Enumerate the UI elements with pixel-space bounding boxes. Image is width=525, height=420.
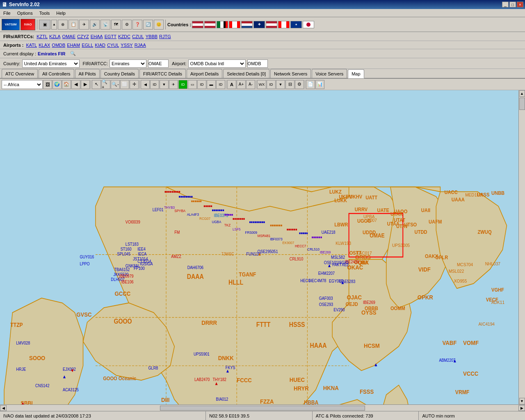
hscroll-left-btn[interactable]: ◀ <box>0 405 7 411</box>
region-dropdown[interactable]: -- Africa <box>2 80 43 89</box>
tb-btn-10[interactable]: 🔄 <box>143 20 153 30</box>
tb-btn-9[interactable]: ❓ <box>132 20 142 30</box>
mt-btn-id1[interactable]: ID <box>150 80 159 89</box>
menu-options[interactable]: Options <box>16 10 34 16</box>
tab-all-pilots[interactable]: All Pilots <box>75 69 100 78</box>
mt-btn-settings[interactable]: ⚙ <box>295 80 304 89</box>
tb-btn-8[interactable]: ⚙ <box>122 20 132 30</box>
tb-btn-6[interactable]: 📡 <box>100 20 110 30</box>
fir-rjtg[interactable]: RJTG <box>159 34 171 39</box>
flag-gb[interactable]: ✚ <box>253 21 265 28</box>
minimize-btn[interactable]: _ <box>502 2 509 7</box>
menu-tools[interactable]: Tools <box>38 10 52 16</box>
flag-ae[interactable] <box>217 21 228 28</box>
apt-katl[interactable]: KATL <box>26 43 37 48</box>
mt-btn-filter[interactable]: ⊟ <box>285 80 294 89</box>
apt-yssy[interactable]: YSSY <box>121 43 132 48</box>
tab-voice-servers[interactable]: Voice Servers <box>312 69 347 78</box>
mt-btn-globe[interactable]: 🌍 <box>52 80 62 89</box>
scroll-down-btn[interactable]: ▼ <box>519 398 525 404</box>
mt-btn-center[interactable]: ✛ <box>130 80 139 89</box>
fir-select[interactable]: Emirates <box>110 59 146 68</box>
apt-egll[interactable]: EGLL <box>82 43 93 48</box>
mt-btn-arrow-l[interactable]: ◀ <box>141 80 150 89</box>
mt-btn-down2[interactable]: ▼ <box>276 80 285 89</box>
mt-btn-fwd[interactable]: ▶ <box>81 80 90 89</box>
tb-btn-7[interactable]: 🗺 <box>111 20 121 30</box>
tab-selected-details[interactable]: Selected Details [0] <box>223 69 269 78</box>
mt-btn-arrow-down1[interactable]: ▼ <box>160 80 169 89</box>
fir-kztl[interactable]: KZTL <box>37 34 48 39</box>
mt-btn-cursor[interactable]: ↖ <box>92 80 101 89</box>
fir-kzla[interactable]: KZLA <box>49 34 61 39</box>
titlebar-controls[interactable]: _ □ × <box>502 2 523 7</box>
mt-btn-wx[interactable]: WX <box>257 80 266 89</box>
fir-egtt[interactable]: EGTT <box>105 34 116 39</box>
tab-country-details[interactable]: Country Details <box>100 69 139 78</box>
mt-btn-rect[interactable]: ⬜ <box>120 80 129 89</box>
vertical-scrollbar[interactable]: ▲ ▼ <box>518 90 525 404</box>
flag-us2[interactable] <box>204 21 216 28</box>
mt-btn-img[interactable]: 🖼 <box>43 80 52 89</box>
map-area[interactable]: DAAA DIII DNKK DRRR FCCC FIMM FLFI FMKK … <box>0 90 525 404</box>
mt-btn-A-minus[interactable]: A- <box>246 80 255 89</box>
hscroll-thumb[interactable] <box>160 406 365 411</box>
mt-btn-rect3[interactable]: ▬ <box>207 80 216 89</box>
mt-btn-back[interactable]: ◀ <box>71 80 80 89</box>
flag-nl[interactable] <box>241 21 253 28</box>
country-select[interactable]: United Arab Emirates <box>22 59 80 68</box>
tab-fir-details[interactable]: FIR/ARTCC Details <box>139 69 186 78</box>
flag-au[interactable]: ★ <box>290 21 302 28</box>
fir-omae[interactable]: OMAE <box>62 34 75 39</box>
mt-btn-id5[interactable]: ID <box>267 80 276 89</box>
flag-ca1[interactable] <box>229 21 240 28</box>
ivao-logo[interactable]: IVAO <box>21 19 35 30</box>
mt-btn-plane[interactable]: ✈ <box>169 80 178 89</box>
flag-ca2[interactable] <box>278 21 290 28</box>
mt-btn-id3[interactable]: ID <box>197 80 206 89</box>
scroll-up-btn[interactable]: ▲ <box>519 90 525 97</box>
tb-btn-1[interactable]: ▣ <box>39 20 50 30</box>
flag-us1[interactable] <box>192 21 203 28</box>
tab-map[interactable]: Map <box>348 69 364 78</box>
apt-cyul[interactable]: CYUL <box>107 43 119 48</box>
tab-network-servers[interactable]: Network Servers <box>270 69 311 78</box>
tb-btn-4[interactable]: ✈ <box>79 20 89 30</box>
airport-code-input[interactable] <box>247 59 268 68</box>
search-icon[interactable]: 🔍 <box>70 51 76 56</box>
mt-btn-id4[interactable]: ID <box>216 80 225 89</box>
fir-ehaa[interactable]: EHAA <box>91 34 103 39</box>
tab-all-controllers[interactable]: All Controllers <box>39 69 74 78</box>
maximize-btn[interactable]: □ <box>509 2 516 7</box>
mt-btn-home[interactable]: 🏠 <box>62 80 71 89</box>
apt-eham[interactable]: EHAM <box>67 43 80 48</box>
flag-us3[interactable] <box>266 21 277 28</box>
fir-code-input[interactable] <box>148 59 169 68</box>
vatsim-logo[interactable]: VATSIM <box>2 19 20 30</box>
fir-czul[interactable]: CZUL <box>132 34 144 39</box>
hscroll-right-btn[interactable]: ▶ <box>518 405 525 411</box>
mt-btn-chart[interactable]: 📊 <box>315 80 324 89</box>
mt-btn-zoom-in[interactable]: 🔍+ <box>101 80 110 89</box>
mt-btn-doc[interactable]: 📄 <box>306 80 315 89</box>
horizontal-scrollbar[interactable]: ◀ ▶ <box>0 404 525 411</box>
fir-kzdc[interactable]: KZDC <box>118 34 130 39</box>
mt-btn-A[interactable]: A <box>227 80 236 89</box>
tb-btn-3[interactable]: 📋 <box>68 20 78 30</box>
flag-jp[interactable] <box>303 21 314 28</box>
tb-btn-5[interactable]: 🔊 <box>90 20 100 30</box>
airport-select[interactable]: OMDB Dubai Intl <box>188 59 246 68</box>
tb-btn-smiley[interactable]: 😊 <box>154 20 164 30</box>
scroll-thumb[interactable] <box>519 98 525 110</box>
menu-file[interactable]: File <box>2 10 12 16</box>
mt-btn-rect2[interactable]: ▭ <box>188 80 197 89</box>
mt-btn-id2[interactable]: ID <box>178 80 187 89</box>
fir-ybbb[interactable]: YBBB <box>146 34 158 39</box>
tb-stepper[interactable]: ▲ <box>51 20 57 30</box>
apt-rjaa[interactable]: RJAA <box>135 43 146 48</box>
tb-btn-2[interactable]: ⊕ <box>58 20 68 30</box>
apt-klax[interactable]: KLAX <box>39 43 50 48</box>
apt-kiad[interactable]: KIAD <box>95 43 105 48</box>
fir-czyz[interactable]: CZYZ <box>77 34 89 39</box>
menu-help[interactable]: Help <box>55 10 67 16</box>
